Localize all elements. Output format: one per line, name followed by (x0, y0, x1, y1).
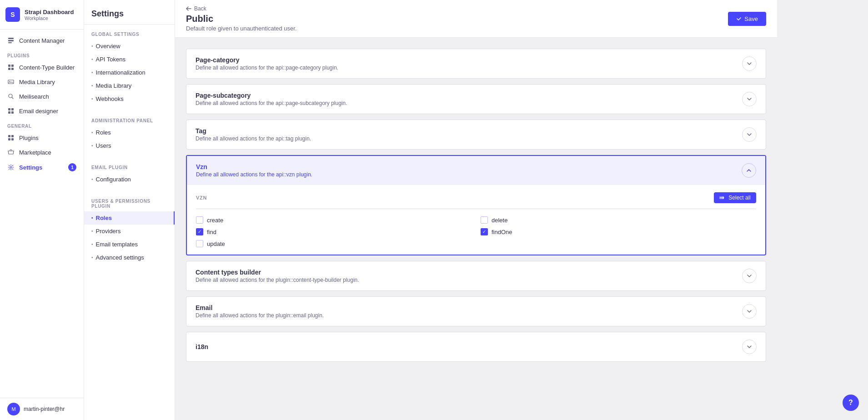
plugin-card-content-types-builder-title: Content types builder (196, 269, 359, 276)
permission-find: find (196, 228, 472, 235)
svg-rect-5 (8, 68, 10, 70)
svg-rect-13 (11, 111, 14, 114)
sidebar-item-email-designer[interactable]: Email designer (0, 104, 84, 118)
plugin-card-tag-subtitle: Define all allowed actions for the api::… (196, 135, 311, 142)
svg-rect-2 (8, 42, 12, 43)
sidebar-item-meilisearch[interactable]: Meilisearch (0, 89, 84, 104)
plugin-card-page-subcategory-header[interactable]: Page-subcategory Define all allowed acti… (186, 85, 766, 114)
plugin-card-email-toggle[interactable] (742, 304, 757, 319)
plugin-card-vzn-subtitle: Define all allowed actions for the api::… (196, 171, 312, 178)
checkbox-find[interactable] (196, 228, 203, 235)
permissions-grid: create delete find findOne (196, 216, 756, 247)
svg-point-18 (10, 166, 12, 168)
sidebar-section-general: GENERAL (0, 118, 84, 130)
sidebar-item-media-library[interactable]: Media Library (0, 75, 84, 89)
chevron-down-icon (747, 310, 752, 313)
plugin-card-page-category-toggle[interactable] (742, 56, 757, 71)
sidebar-item-marketplace[interactable]: Marketplace (0, 145, 84, 160)
settings-nav-webhooks[interactable]: Webhooks (84, 92, 175, 105)
svg-rect-10 (8, 108, 10, 110)
email-designer-icon (7, 107, 15, 115)
settings-section-email: EMAIL PLUGIN Configuration (84, 158, 175, 191)
settings-nav-media-library[interactable]: Media Library (84, 79, 175, 92)
plugin-card-page-category: Page-category Define all allowed actions… (186, 49, 766, 79)
plugin-card-page-category-title: Page-category (196, 56, 338, 64)
settings-nav-overview[interactable]: Overview (84, 40, 175, 53)
brand-text: Strapi Dashboard Workplace (25, 9, 74, 21)
svg-rect-16 (8, 138, 10, 140)
plugin-card-page-subcategory-info: Page-subcategory Define all allowed acti… (196, 92, 347, 106)
chevron-up-icon (747, 169, 751, 172)
plugin-card-email: Email Define all allowed actions for the… (186, 296, 766, 326)
page-title: Public (186, 14, 297, 24)
plugin-card-vzn-toggle[interactable] (742, 163, 756, 178)
svg-rect-3 (8, 65, 10, 67)
plugin-card-i18n-toggle[interactable] (742, 340, 757, 354)
settings-section-admin: ADMINISTRATION PANEL Roles Users (84, 111, 175, 158)
settings-nav-providers[interactable]: Providers (84, 225, 175, 238)
settings-section-users-label: USERS & PERMISSIONS PLUGIN (84, 197, 175, 211)
plugin-card-page-category-header[interactable]: Page-category Define all allowed actions… (186, 49, 766, 78)
settings-panel: Settings GLOBAL SETTINGS Overview API To… (84, 0, 175, 420)
plugin-card-email-header[interactable]: Email Define all allowed actions for the… (186, 297, 766, 326)
chevron-down-icon (747, 345, 752, 348)
sidebar-item-plugins[interactable]: Plugins (0, 130, 84, 145)
select-all-button[interactable]: Select all (714, 192, 756, 203)
checkbox-findone[interactable] (481, 228, 488, 235)
help-button[interactable]: ? (843, 395, 859, 411)
permission-delete: delete (481, 216, 756, 224)
settings-section-users-permissions: USERS & PERMISSIONS PLUGIN Roles Provide… (84, 191, 175, 270)
back-link[interactable]: Back (186, 5, 297, 12)
brand-title: Strapi Dashboard (25, 9, 74, 15)
sidebar-label-content-manager: Content Manager (19, 37, 65, 44)
plugin-card-i18n-info: i18n (196, 343, 208, 350)
sidebar-item-content-type-builder[interactable]: Content-Type Builder (0, 60, 84, 75)
plugin-card-tag-toggle[interactable] (742, 127, 757, 142)
permission-update: update (196, 240, 472, 247)
svg-rect-6 (11, 68, 14, 70)
page-subtitle: Default role given to unauthenticated us… (186, 25, 297, 32)
save-button[interactable]: Save (728, 12, 766, 26)
settings-nav-internationalization[interactable]: Internationalization (84, 66, 175, 79)
checkbox-create[interactable] (196, 216, 203, 224)
back-arrow-icon (186, 6, 191, 11)
select-all-icon (719, 195, 726, 200)
settings-nav-advanced-settings[interactable]: Advanced settings (84, 251, 175, 264)
plugin-card-vzn-header[interactable]: Vzn Define all allowed actions for the a… (187, 156, 765, 185)
sidebar-footer: M martin-pinter@hr (0, 398, 84, 420)
settings-nav-roles-up[interactable]: Roles (84, 211, 175, 225)
sidebar: S Strapi Dashboard Workplace Content Man… (0, 0, 84, 420)
permission-update-label: update (207, 240, 225, 247)
sidebar-item-settings[interactable]: Settings 1 (0, 160, 84, 175)
settings-nav-configuration[interactable]: Configuration (84, 173, 175, 186)
plugin-card-tag-title: Tag (196, 127, 311, 135)
right-panel (777, 0, 868, 420)
save-label: Save (744, 15, 758, 22)
checkbox-delete[interactable] (481, 216, 488, 224)
plugin-card-tag-header[interactable]: Tag Define all allowed actions for the a… (186, 120, 766, 149)
plugin-card-page-subcategory-toggle[interactable] (742, 92, 757, 106)
settings-nav-api-tokens[interactable]: API Tokens (84, 53, 175, 66)
settings-nav-email-templates[interactable]: Email templates (84, 238, 175, 251)
svg-rect-14 (8, 135, 10, 137)
plugin-card-content-types-builder-header[interactable]: Content types builder Define all allowed… (186, 261, 766, 290)
settings-nav-roles-admin[interactable]: Roles (84, 126, 175, 139)
user-name: martin-pinter@hr (24, 406, 65, 412)
checkbox-update[interactable] (196, 240, 203, 247)
plugin-card-email-info: Email Define all allowed actions for the… (196, 304, 324, 319)
top-bar-left: Back Public Default role given to unauth… (186, 5, 297, 32)
plugin-card-i18n: i18n (186, 332, 766, 362)
settings-nav-users-admin[interactable]: Users (84, 139, 175, 152)
plugin-card-tag: Tag Define all allowed actions for the a… (186, 120, 766, 150)
permissions-section-label: VZN (196, 195, 207, 200)
plugin-card-content-types-builder-toggle[interactable] (742, 269, 757, 283)
sidebar-label-marketplace: Marketplace (19, 149, 51, 156)
sidebar-item-content-manager[interactable]: Content Manager (0, 33, 84, 48)
settings-panel-title: Settings (84, 0, 175, 25)
select-all-label: Select all (728, 195, 751, 201)
settings-icon (7, 164, 15, 171)
plugin-card-i18n-header[interactable]: i18n (186, 332, 766, 361)
plugin-card-page-category-subtitle: Define all allowed actions for the api::… (196, 65, 338, 71)
top-bar: Back Public Default role given to unauth… (175, 0, 777, 38)
plugin-card-vzn-title: Vzn (196, 163, 312, 170)
